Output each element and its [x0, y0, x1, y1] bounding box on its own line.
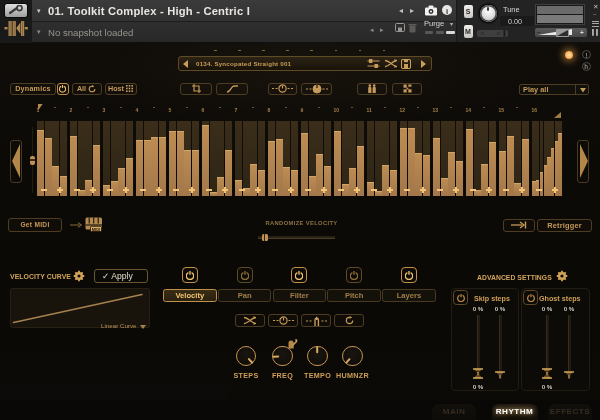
svg-text:MIDI: MIDI — [92, 227, 100, 232]
